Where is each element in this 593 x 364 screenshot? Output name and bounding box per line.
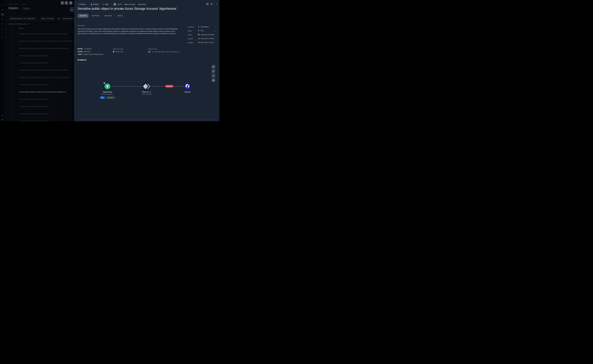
files-node-label[interactable]: Files (1) (1): [142, 91, 151, 93]
issue-title: Sensitive public object in private Azure…: [78, 7, 177, 11]
table-row[interactable]: Sensitive public object in private Azure…: [5, 45, 74, 52]
table-row[interactable]: A cloud storage configuration was modifi…: [5, 81, 74, 88]
row-checkbox[interactable]: [11, 54, 13, 56]
status-diamond-icon: [198, 30, 200, 32]
row-checkbox[interactable]: [11, 47, 13, 49]
table-row[interactable]: Azure storage account was publicly share…: [5, 117, 74, 121]
row-checkbox[interactable]: [11, 76, 13, 78]
assignee-value[interactable]: Unassigned: [198, 26, 209, 28]
layout-panel-icon[interactable]: [206, 3, 209, 5]
chevron-down-icon: [109, 4, 111, 5]
status-value[interactable]: New: [198, 30, 204, 32]
storage-account-node[interactable]: [104, 83, 111, 90]
severity-dropdown[interactable]: High: [102, 3, 111, 5]
storage-node-label[interactable]: digoritestsa: [103, 91, 112, 93]
affected-asset-link[interactable]: digoritestsa: [113, 51, 123, 52]
plus-icon: +: [213, 70, 214, 72]
settings-gear-icon[interactable]: [1, 114, 4, 117]
filter-chip-status[interactable]: Status != Resolved: [40, 17, 55, 20]
filter-chip-issue-domain[interactable]: Issue Domain =: [61, 17, 74, 20]
sidebar-item-visibility[interactable]: [1, 17, 4, 21]
table-row[interactable]: Data flowing from Azure Storage Account …: [5, 37, 74, 45]
row-checkbox[interactable]: [11, 69, 13, 71]
select-all-checkbox[interactable]: [11, 27, 13, 29]
breadcrumb-current: Issues: [22, 4, 26, 5]
brand-logo-icon[interactable]: [1, 3, 4, 7]
table-row[interactable]: Azure storage account was publicly share…: [5, 52, 74, 59]
table-row[interactable]: A cloud storage configuration was modifi…: [5, 59, 74, 66]
table-row[interactable]: Sensitive sharepoint site 'Nati-public' …: [5, 30, 74, 37]
row-checkbox[interactable]: [11, 113, 13, 114]
next-issue-button[interactable]: ↓: [65, 1, 68, 5]
column-header-name[interactable]: Name: [19, 27, 23, 29]
chevron-down-icon[interactable]: [214, 26, 216, 28]
table-row[interactable]: Azure storage account was publicly share…: [5, 96, 74, 103]
row-checkbox[interactable]: [11, 62, 13, 64]
files-node[interactable]: [142, 82, 152, 91]
access-edge-label[interactable]: Access: [165, 85, 173, 88]
breadcrumb: Cases & Issues › Issues: [9, 4, 26, 5]
sidebar-item-issues[interactable]: [1, 13, 4, 16]
table-row[interactable]: A cloud storage configuration was modifi…: [5, 110, 74, 117]
sensitive-badge[interactable]: Sensitive: [106, 96, 115, 99]
zoom-out-button[interactable]: −: [212, 74, 215, 78]
graph-search-button[interactable]: [212, 65, 215, 69]
posture-badge[interactable]: Posture: [78, 3, 87, 6]
internet-node[interactable]: [184, 83, 191, 90]
chevron-down-icon[interactable]: [214, 30, 216, 32]
issues-list-panel: Cases & Issues › Issues ↑ ↓ ✕ Issues Uns…: [5, 0, 74, 121]
focus-scan-icon[interactable]: [210, 3, 213, 5]
sidebar-item-reports[interactable]: [1, 26, 4, 30]
tab-work-plan[interactable]: Work Plan: [102, 14, 114, 18]
sidebar-item-inventory[interactable]: [1, 31, 4, 35]
alert-triangle-icon: [91, 4, 92, 5]
tab-actions[interactable]: Actions: [115, 14, 125, 18]
prev-issue-button[interactable]: ↑: [61, 1, 64, 5]
zoom-in-button[interactable]: +: [212, 69, 215, 73]
results-count: 4,738 out of 673,992 results: [8, 23, 30, 25]
row-checkbox[interactable]: [11, 105, 13, 107]
description-text: The Azure Storage Account named 'digorit…: [78, 28, 178, 35]
row-checkbox[interactable]: [11, 40, 13, 42]
sidebar-item-dashboard[interactable]: [1, 8, 4, 12]
table-row-selected[interactable]: Sensitive public object in private Azure…: [5, 88, 74, 95]
row-checkbox[interactable]: [11, 33, 13, 35]
row-checkbox[interactable]: [11, 98, 13, 100]
issue-severity-tab[interactable]: [70, 7, 75, 12]
person-icon: [198, 26, 200, 28]
row-checkbox[interactable]: [11, 91, 13, 93]
row-checkbox[interactable]: [11, 120, 13, 121]
policy-label: Data Policy: [138, 3, 146, 5]
globe-icon: [185, 84, 190, 89]
panel-resize-handle[interactable]: [74, 65, 76, 67]
description-label: Description: [78, 25, 85, 26]
mitre-attack-logo: MITREATT&CK®: [78, 48, 92, 50]
row-checkbox[interactable]: [11, 84, 13, 85]
table-row[interactable]: Sensitive RDS Database Instance 'treasur…: [5, 66, 74, 74]
assignee-label: Assignee:: [187, 26, 194, 28]
tag-icon[interactable]: [113, 3, 116, 6]
linked-case-link[interactable]: Sensitive public object in private Azu: [154, 51, 180, 53]
mitre-tactic: TA0010Exfiltration: [78, 51, 91, 52]
breadcrumb-root[interactable]: Cases & Issues: [9, 4, 19, 5]
posture-bar-icon: [79, 4, 79, 5]
refresh-icon[interactable]: [28, 23, 30, 25]
sidebar-item-radar[interactable]: [1, 22, 4, 26]
apps-grid-icon[interactable]: [1, 118, 4, 121]
kebab-menu-icon[interactable]: [216, 3, 217, 5]
linked-case-item[interactable]: 60 Sensitive public object in private Az…: [148, 51, 180, 53]
tab-overview[interactable]: Overview: [78, 14, 88, 18]
close-panel-button[interactable]: ✕: [69, 1, 73, 5]
filter-operator: OR: [58, 18, 60, 20]
issue-id-badge[interactable]: 670538: [89, 3, 100, 6]
table-row[interactable]: Sensitive RDS Database Instance 'treasur…: [5, 74, 74, 81]
table-row[interactable]: A cloud storage configuration was modifi…: [5, 103, 74, 110]
sidebar-item-graph[interactable]: [1, 36, 4, 39]
pii-badge[interactable]: PII: [100, 96, 105, 99]
chevron-down-icon[interactable]: [19, 7, 21, 9]
recenter-button[interactable]: [212, 78, 215, 82]
search-icon: [213, 66, 214, 68]
tab-war-room[interactable]: War Room: [90, 14, 101, 18]
issue-header: Posture 670538 High DATA Open for 6 days…: [78, 3, 146, 6]
filter-chip-detection-method[interactable]: Detection Method = DLP, Data Policy: [9, 17, 38, 20]
